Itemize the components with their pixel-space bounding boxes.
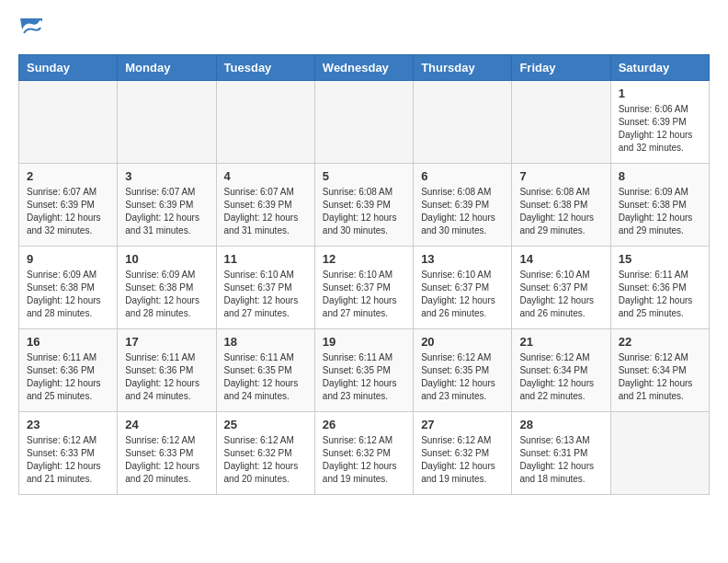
day-number: 11 <box>224 252 307 266</box>
calendar-cell <box>414 81 512 164</box>
calendar-cell: 26Sunrise: 6:12 AM Sunset: 6:32 PM Dayli… <box>314 412 413 495</box>
calendar-cell: 9Sunrise: 6:09 AM Sunset: 6:38 PM Daylig… <box>19 247 118 329</box>
day-info: Sunrise: 6:13 AM Sunset: 6:31 PM Dayligh… <box>519 434 602 486</box>
day-info: Sunrise: 6:06 AM Sunset: 6:39 PM Dayligh… <box>619 103 701 155</box>
day-number: 26 <box>323 418 405 431</box>
calendar-cell: 23Sunrise: 6:12 AM Sunset: 6:33 PM Dayli… <box>19 412 118 495</box>
day-info: Sunrise: 6:07 AM Sunset: 6:39 PM Dayligh… <box>125 186 208 237</box>
day-info: Sunrise: 6:11 AM Sunset: 6:36 PM Dayligh… <box>27 351 109 403</box>
calendar-cell <box>314 81 413 164</box>
day-info: Sunrise: 6:11 AM Sunset: 6:35 PM Dayligh… <box>224 351 307 403</box>
calendar-cell: 13Sunrise: 6:10 AM Sunset: 6:37 PM Dayli… <box>414 247 512 329</box>
day-info: Sunrise: 6:12 AM Sunset: 6:35 PM Dayligh… <box>421 351 504 403</box>
day-header-thursday: Thursday <box>414 55 512 81</box>
calendar-cell: 1Sunrise: 6:06 AM Sunset: 6:39 PM Daylig… <box>610 81 709 164</box>
calendar-cell: 2Sunrise: 6:07 AM Sunset: 6:39 PM Daylig… <box>19 164 118 247</box>
day-number: 6 <box>421 169 504 183</box>
day-number: 10 <box>125 252 208 266</box>
day-number: 14 <box>519 252 602 266</box>
day-info: Sunrise: 6:09 AM Sunset: 6:38 PM Dayligh… <box>27 269 109 320</box>
week-row-3: 9Sunrise: 6:09 AM Sunset: 6:38 PM Daylig… <box>19 247 710 329</box>
day-number: 16 <box>27 335 109 349</box>
calendar-cell: 19Sunrise: 6:11 AM Sunset: 6:35 PM Dayli… <box>314 329 413 412</box>
day-number: 13 <box>421 252 504 266</box>
day-number: 2 <box>27 169 109 183</box>
day-number: 24 <box>125 418 208 431</box>
day-number: 3 <box>125 169 208 183</box>
calendar-body: 1Sunrise: 6:06 AM Sunset: 6:39 PM Daylig… <box>19 81 710 495</box>
calendar-cell: 12Sunrise: 6:10 AM Sunset: 6:37 PM Dayli… <box>314 247 413 329</box>
calendar-cell: 5Sunrise: 6:08 AM Sunset: 6:39 PM Daylig… <box>314 164 413 247</box>
day-info: Sunrise: 6:12 AM Sunset: 6:34 PM Dayligh… <box>519 351 602 403</box>
calendar-cell: 22Sunrise: 6:12 AM Sunset: 6:34 PM Dayli… <box>610 329 709 412</box>
calendar-cell: 7Sunrise: 6:08 AM Sunset: 6:38 PM Daylig… <box>512 164 610 247</box>
day-info: Sunrise: 6:10 AM Sunset: 6:37 PM Dayligh… <box>224 269 307 320</box>
calendar-cell <box>118 81 216 164</box>
day-info: Sunrise: 6:12 AM Sunset: 6:34 PM Dayligh… <box>619 351 701 403</box>
day-header-friday: Friday <box>512 55 610 81</box>
calendar-cell: 8Sunrise: 6:09 AM Sunset: 6:38 PM Daylig… <box>610 164 709 247</box>
logo <box>18 18 42 45</box>
day-header-sunday: Sunday <box>19 55 118 81</box>
day-header-saturday: Saturday <box>610 55 709 81</box>
days-header-row: SundayMondayTuesdayWednesdayThursdayFrid… <box>19 55 710 81</box>
calendar-cell: 11Sunrise: 6:10 AM Sunset: 6:37 PM Dayli… <box>216 247 314 329</box>
week-row-5: 23Sunrise: 6:12 AM Sunset: 6:33 PM Dayli… <box>19 412 710 495</box>
calendar-cell: 24Sunrise: 6:12 AM Sunset: 6:33 PM Dayli… <box>118 412 216 495</box>
day-info: Sunrise: 6:10 AM Sunset: 6:37 PM Dayligh… <box>519 269 602 320</box>
day-number: 9 <box>27 252 109 266</box>
calendar-cell: 10Sunrise: 6:09 AM Sunset: 6:38 PM Dayli… <box>118 247 216 329</box>
day-info: Sunrise: 6:12 AM Sunset: 6:32 PM Dayligh… <box>421 434 504 486</box>
day-info: Sunrise: 6:09 AM Sunset: 6:38 PM Dayligh… <box>619 186 701 237</box>
day-number: 4 <box>224 169 307 183</box>
calendar-cell: 14Sunrise: 6:10 AM Sunset: 6:37 PM Dayli… <box>512 247 610 329</box>
calendar-cell: 21Sunrise: 6:12 AM Sunset: 6:34 PM Dayli… <box>512 329 610 412</box>
day-number: 28 <box>519 418 602 431</box>
day-info: Sunrise: 6:11 AM Sunset: 6:36 PM Dayligh… <box>125 351 208 403</box>
day-info: Sunrise: 6:08 AM Sunset: 6:38 PM Dayligh… <box>519 186 602 237</box>
day-number: 18 <box>224 335 307 349</box>
day-number: 27 <box>421 418 504 431</box>
day-number: 1 <box>619 86 701 100</box>
day-info: Sunrise: 6:12 AM Sunset: 6:33 PM Dayligh… <box>27 434 109 486</box>
week-row-4: 16Sunrise: 6:11 AM Sunset: 6:36 PM Dayli… <box>19 329 710 412</box>
calendar-cell: 15Sunrise: 6:11 AM Sunset: 6:36 PM Dayli… <box>610 247 709 329</box>
day-number: 8 <box>619 169 701 183</box>
day-info: Sunrise: 6:08 AM Sunset: 6:39 PM Dayligh… <box>323 186 405 237</box>
day-info: Sunrise: 6:07 AM Sunset: 6:39 PM Dayligh… <box>27 186 109 237</box>
calendar-cell: 27Sunrise: 6:12 AM Sunset: 6:32 PM Dayli… <box>414 412 512 495</box>
day-info: Sunrise: 6:12 AM Sunset: 6:33 PM Dayligh… <box>125 434 208 486</box>
day-info: Sunrise: 6:11 AM Sunset: 6:35 PM Dayligh… <box>323 351 405 403</box>
logo-icon <box>20 18 42 40</box>
calendar-cell <box>610 412 709 495</box>
day-number: 21 <box>519 335 602 349</box>
day-info: Sunrise: 6:12 AM Sunset: 6:32 PM Dayligh… <box>224 434 307 486</box>
calendar-cell <box>216 81 314 164</box>
day-header-tuesday: Tuesday <box>216 55 314 81</box>
calendar-cell: 4Sunrise: 6:07 AM Sunset: 6:39 PM Daylig… <box>216 164 314 247</box>
day-number: 15 <box>619 252 701 266</box>
day-number: 17 <box>125 335 208 349</box>
day-number: 25 <box>224 418 307 431</box>
calendar-cell <box>512 81 610 164</box>
day-number: 19 <box>323 335 405 349</box>
calendar-cell: 28Sunrise: 6:13 AM Sunset: 6:31 PM Dayli… <box>512 412 610 495</box>
calendar-cell: 18Sunrise: 6:11 AM Sunset: 6:35 PM Dayli… <box>216 329 314 412</box>
day-number: 23 <box>27 418 109 431</box>
calendar-cell <box>19 81 118 164</box>
day-info: Sunrise: 6:10 AM Sunset: 6:37 PM Dayligh… <box>421 269 504 320</box>
calendar-cell: 17Sunrise: 6:11 AM Sunset: 6:36 PM Dayli… <box>118 329 216 412</box>
week-row-2: 2Sunrise: 6:07 AM Sunset: 6:39 PM Daylig… <box>19 164 710 247</box>
day-header-monday: Monday <box>118 55 216 81</box>
day-number: 7 <box>519 169 602 183</box>
header <box>18 18 710 45</box>
day-info: Sunrise: 6:10 AM Sunset: 6:37 PM Dayligh… <box>323 269 405 320</box>
week-row-1: 1Sunrise: 6:06 AM Sunset: 6:39 PM Daylig… <box>19 81 710 164</box>
calendar-table: SundayMondayTuesdayWednesdayThursdayFrid… <box>18 54 710 495</box>
day-info: Sunrise: 6:12 AM Sunset: 6:32 PM Dayligh… <box>323 434 405 486</box>
day-header-wednesday: Wednesday <box>314 55 413 81</box>
calendar-cell: 20Sunrise: 6:12 AM Sunset: 6:35 PM Dayli… <box>414 329 512 412</box>
day-number: 5 <box>323 169 405 183</box>
day-number: 20 <box>421 335 504 349</box>
day-number: 12 <box>323 252 405 266</box>
